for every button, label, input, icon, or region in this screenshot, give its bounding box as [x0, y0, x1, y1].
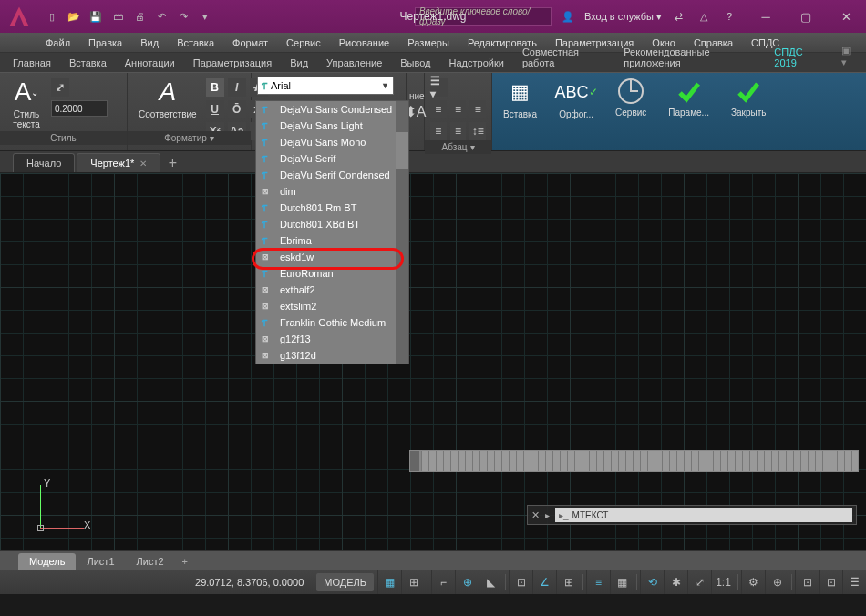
drawing-canvas[interactable]: YX ✕ ▸ ▸_МТЕКСТ: [0, 173, 866, 550]
qat-open[interactable]: 📂: [64, 6, 84, 26]
signin-button[interactable]: Вход в службы ▾: [584, 11, 662, 23]
font-option[interactable]: ƬDutch801 XBd BT: [256, 216, 408, 232]
status-anno-auto[interactable]: ⤢: [687, 570, 711, 594]
layout-tab[interactable]: Лист2: [126, 553, 175, 570]
qat-saveall[interactable]: 🗃: [108, 6, 128, 26]
spellcheck-button[interactable]: ABC✓ Орфог...: [553, 75, 599, 121]
menu-item[interactable]: Размеры: [398, 37, 459, 48]
ribbon-tab[interactable]: Рекомендованные приложения: [614, 43, 765, 72]
match-properties-button[interactable]: A Соответствие: [133, 75, 202, 121]
ribbon-tab[interactable]: Параметризация: [184, 54, 281, 72]
status-qp[interactable]: ⊡: [819, 570, 842, 594]
status-polar[interactable]: ⊕: [455, 570, 479, 594]
status-custom[interactable]: ☰: [842, 570, 866, 594]
close-editor-button[interactable]: Закрыть: [726, 75, 772, 119]
file-tab-document[interactable]: Чертеж1*✕: [77, 153, 160, 172]
status-osnap[interactable]: ⊡: [509, 570, 532, 594]
app-logo[interactable]: [0, 0, 38, 33]
font-option[interactable]: ⊠exthalf2: [256, 282, 408, 298]
status-anno[interactable]: ✱: [664, 570, 687, 594]
qat-redo[interactable]: ↷: [173, 6, 193, 26]
ribbon-tab[interactable]: Вид: [281, 54, 317, 72]
layout-add-button[interactable]: +: [175, 556, 195, 567]
options-button[interactable]: Параме...: [663, 75, 715, 119]
align-just[interactable]: ≡: [430, 122, 447, 140]
ribbon-tab[interactable]: Надстройки: [440, 54, 513, 72]
status-dyn[interactable]: ⊞: [556, 570, 580, 594]
status-monitor[interactable]: ⊕: [765, 570, 789, 594]
font-dropdown[interactable]: ƬDejaVu Sans Condensed ƬDejaVu Sans Ligh…: [255, 100, 409, 364]
minimize-button[interactable]: ─: [746, 4, 786, 29]
overline-button[interactable]: Ō: [228, 100, 246, 118]
bold-button[interactable]: B: [206, 78, 224, 97]
layout-tab-model[interactable]: Модель: [18, 553, 76, 570]
text-style-button[interactable]: A⌄ Стиль текста: [5, 75, 47, 131]
font-option[interactable]: ⊠dim: [256, 183, 408, 200]
ribbon-tab[interactable]: Главная: [4, 54, 60, 72]
align-right[interactable]: ≡: [469, 100, 486, 118]
line-spacing[interactable]: ↕≡: [469, 122, 486, 140]
bullet-button[interactable]: ☰ ▾: [430, 78, 448, 97]
status-grid[interactable]: ▦: [377, 570, 401, 594]
status-model-toggle[interactable]: МОДЕЛЬ: [316, 573, 374, 591]
font-option[interactable]: ƬDejaVu Sans Mono: [256, 134, 408, 150]
signin-icon[interactable]: 👤: [559, 7, 577, 26]
insert-button[interactable]: ▦ Вставка: [498, 75, 542, 121]
ribbon-tab[interactable]: Аннотации: [116, 54, 184, 72]
font-option[interactable]: ⊠g13f12d: [256, 347, 408, 364]
exchange-icon[interactable]: ⇄: [669, 7, 687, 26]
share-icon[interactable]: △: [695, 7, 713, 26]
cmdbar-close-icon[interactable]: ✕: [531, 509, 540, 521]
font-option[interactable]: ƬDutch801 Rm BT: [256, 200, 408, 216]
italic-button[interactable]: I: [228, 78, 246, 97]
font-option[interactable]: ƬDejaVu Sans Condensed: [256, 101, 408, 118]
maximize-button[interactable]: ▢: [786, 4, 826, 29]
tools-button[interactable]: Сервис: [610, 75, 652, 119]
close-tab-icon[interactable]: ✕: [139, 159, 147, 169]
align-dist[interactable]: ≡: [450, 122, 467, 140]
menu-item[interactable]: Вид: [131, 37, 168, 48]
status-snap[interactable]: ⊞: [401, 570, 425, 594]
qat-new[interactable]: ▯: [42, 6, 62, 26]
font-option[interactable]: ƬEbrima: [256, 232, 408, 249]
status-cycling[interactable]: ⟲: [640, 570, 664, 594]
menu-item[interactable]: Формат: [223, 37, 277, 48]
status-transparency[interactable]: ▦: [610, 570, 634, 594]
ribbon-tab[interactable]: Управление: [317, 54, 391, 72]
font-option[interactable]: ƬDejaVu Serif: [256, 150, 408, 167]
menu-item[interactable]: Файл: [36, 37, 79, 48]
file-tab-start[interactable]: Начало: [13, 153, 75, 172]
status-ortho[interactable]: ⌐: [431, 570, 455, 594]
qat-save[interactable]: 💾: [86, 6, 106, 26]
text-height-input[interactable]: [51, 100, 108, 117]
layout-tab[interactable]: Лист1: [76, 553, 125, 570]
status-otrack[interactable]: ∠: [532, 570, 556, 594]
font-option[interactable]: ⊠eskd1w: [256, 249, 408, 265]
align-center[interactable]: ≡: [450, 100, 467, 118]
font-option[interactable]: ⊠g12f13: [256, 331, 408, 347]
qat-print[interactable]: 🖨: [129, 6, 149, 26]
qat-more[interactable]: ▾: [195, 6, 215, 26]
command-bar[interactable]: ✕ ▸ ▸_МТЕКСТ: [527, 505, 857, 525]
menu-item[interactable]: Вставка: [168, 37, 223, 48]
font-option[interactable]: ƬFranklin Gothic Medium: [256, 314, 408, 331]
status-lwt[interactable]: ≡: [586, 570, 610, 594]
status-iso[interactable]: ◣: [479, 570, 502, 594]
font-option[interactable]: ƬEuroRoman: [256, 265, 408, 282]
dropdown-scrollbar[interactable]: [396, 101, 408, 364]
help-icon[interactable]: ?: [720, 7, 738, 26]
ribbon-tab[interactable]: Вставка: [60, 54, 116, 72]
status-scale[interactable]: 1:1: [711, 570, 735, 594]
new-tab-button[interactable]: +: [162, 154, 182, 172]
menu-item[interactable]: Рисование: [330, 37, 398, 48]
ribbon-tab[interactable]: Вывод: [391, 54, 439, 72]
qat-undo[interactable]: ↶: [151, 6, 171, 26]
ribbon-collapse[interactable]: ▣ ▾: [832, 41, 866, 72]
menu-item[interactable]: Правка: [79, 37, 131, 48]
font-option[interactable]: ⊠extslim2: [256, 298, 408, 314]
close-button[interactable]: ✕: [826, 4, 866, 29]
underline-button[interactable]: U: [206, 100, 224, 118]
align-left[interactable]: ≡: [430, 100, 447, 118]
font-option[interactable]: ƬDejaVu Sans Light: [256, 118, 408, 134]
font-option[interactable]: ƬDejaVu Serif Condensed: [256, 167, 408, 183]
